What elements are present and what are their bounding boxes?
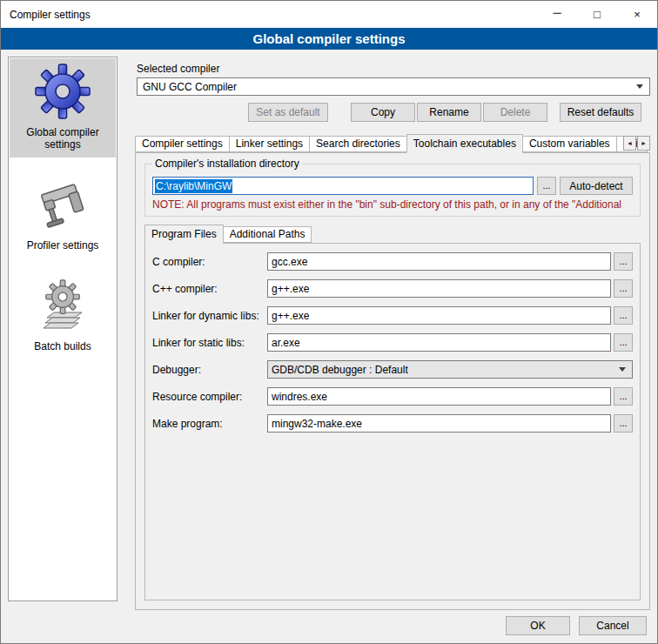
ok-button[interactable]: OK [506,616,570,635]
settings-category-list: Global compiler settings Profiler settin… [8,57,118,601]
cpp-compiler-input[interactable]: g++.exe [267,279,611,298]
rename-button[interactable]: Rename [417,103,481,122]
reset-defaults-button[interactable]: Reset defaults [560,103,641,122]
tab-custom-variables[interactable]: Custom variables [522,136,617,152]
sidebar-item-label: Global compiler settings [11,126,114,151]
dialog-content: Global compiler settings Profiler settin… [1,50,657,608]
field-row-c-compiler: C compiler: gcc.exe ... [152,252,633,271]
titlebar: Compiler settings ─ □ × [1,1,657,28]
tab-toolchain-executables[interactable]: Toolchain executables [406,134,523,153]
field-label: C compiler: [152,256,267,268]
c-compiler-input[interactable]: gcc.exe [267,252,611,271]
close-button[interactable]: × [617,1,657,28]
tab-scroll-left-button[interactable]: ◄ [623,136,636,151]
linker-static-input[interactable]: ar.exe [267,333,611,352]
minimize-icon: ─ [553,6,561,19]
compiler-settings-window: Compiler settings ─ □ × Global compiler … [0,0,658,644]
main-panel: Selected compiler GNU GCC Compiler Set a… [126,57,657,610]
chevron-down-icon [619,367,626,372]
linker-dynamic-browse-button[interactable]: ... [614,306,633,325]
auto-detect-button[interactable]: Auto-detect [560,177,633,195]
field-label: Linker for static libs: [152,337,267,349]
debugger-select[interactable]: GDB/CDB debugger : Default [267,360,633,379]
make-program-browse-button[interactable]: ... [614,414,633,433]
installation-directory-group: Compiler's installation directory C:\ray… [144,164,641,217]
chevron-down-icon [636,84,643,89]
resource-compiler-browse-button[interactable]: ... [614,387,633,406]
tab-compiler-settings[interactable]: Compiler settings [135,136,230,152]
field-row-make-program: Make program: mingw32-make.exe ... [152,414,633,433]
resource-compiler-input[interactable]: windres.exe [267,387,611,406]
page-title: Global compiler settings [1,28,657,50]
tab-search-directories[interactable]: Search directories [309,136,407,152]
compiler-select-value: GNU GCC Compiler [143,81,636,93]
field-row-linker-dynamic: Linker for dynamic libs: g++.exe ... [152,306,633,325]
sidebar-item-batch-builds[interactable]: Batch builds [10,272,116,359]
profiler-tool-icon [35,177,91,232]
c-compiler-browse-button[interactable]: ... [614,252,633,271]
copy-button[interactable]: Copy [351,103,415,122]
tab-additional-paths[interactable]: Additional Paths [223,226,312,243]
toolchain-executables-panel: Compiler's installation directory C:\ray… [135,152,650,610]
cancel-button[interactable]: Cancel [579,616,647,635]
install-dir-input[interactable]: C:\raylib\MinGW [152,177,534,195]
settings-tabstrip: Compiler settings Linker settings Search… [135,133,650,152]
linker-static-browse-button[interactable]: ... [614,333,633,352]
close-icon: × [634,8,641,21]
field-row-cpp-compiler: C++ compiler: g++.exe ... [152,279,633,298]
install-dir-browse-button[interactable]: ... [537,177,556,195]
sidebar-item-label: Batch builds [34,340,91,352]
installation-directory-row: C:\raylib\MinGW ... Auto-detect [152,177,633,195]
gear-blue-icon [35,64,91,119]
field-label: Debugger: [152,364,267,376]
debugger-select-value: GDB/CDB debugger : Default [272,364,619,376]
compiler-select[interactable]: GNU GCC Compiler [137,77,650,96]
installation-directory-label: Compiler's installation directory [152,158,302,170]
sidebar-item-label: Profiler settings [27,239,99,252]
maximize-icon: □ [594,8,601,21]
tab-program-files[interactable]: Program Files [144,225,224,244]
set-as-default-button: Set as default [248,103,328,122]
arrow-right-icon: ► [641,140,647,146]
field-row-resource-compiler: Resource compiler: windres.exe ... [152,387,633,406]
field-label: C++ compiler: [152,283,267,295]
sidebar-item-global-compiler-settings[interactable]: Global compiler settings [10,58,116,158]
dialog-footer: OK Cancel [1,608,657,643]
field-label: Resource compiler: [152,391,267,403]
tab-linker-settings[interactable]: Linker settings [229,136,310,152]
field-label: Linker for dynamic libs: [152,310,267,322]
linker-dynamic-input[interactable]: g++.exe [267,306,611,325]
window-title: Compiler settings [1,1,537,28]
minimize-button[interactable]: ─ [537,1,577,28]
compiler-actions: Set as default Copy Rename Delete Reset … [137,103,641,122]
field-label: Make program: [152,418,267,430]
selected-compiler-label: Selected compiler [137,63,650,75]
maximize-button[interactable]: □ [577,1,617,28]
program-files-tabstrip: Program Files Additional Paths [144,225,641,243]
delete-button: Delete [483,103,547,122]
bin-note-text: NOTE: All programs must exist either in … [152,198,633,211]
program-files-panel: C compiler: gcc.exe ... C++ compiler: g+… [144,243,641,600]
tab-scroll-buttons: ◄ ► [622,136,650,151]
tab-scroll-right-button[interactable]: ► [637,136,650,151]
sidebar-item-profiler-settings[interactable]: Profiler settings [10,171,116,258]
field-row-debugger: Debugger: GDB/CDB debugger : Default [152,360,633,379]
cpp-compiler-browse-button[interactable]: ... [614,279,633,298]
field-row-linker-static: Linker for static libs: ar.exe ... [152,333,633,352]
gear-batch-icon [35,278,91,333]
make-program-input[interactable]: mingw32-make.exe [267,414,611,433]
install-dir-value: C:\raylib\MinGW [155,179,232,193]
arrow-left-icon: ◄ [627,140,633,146]
